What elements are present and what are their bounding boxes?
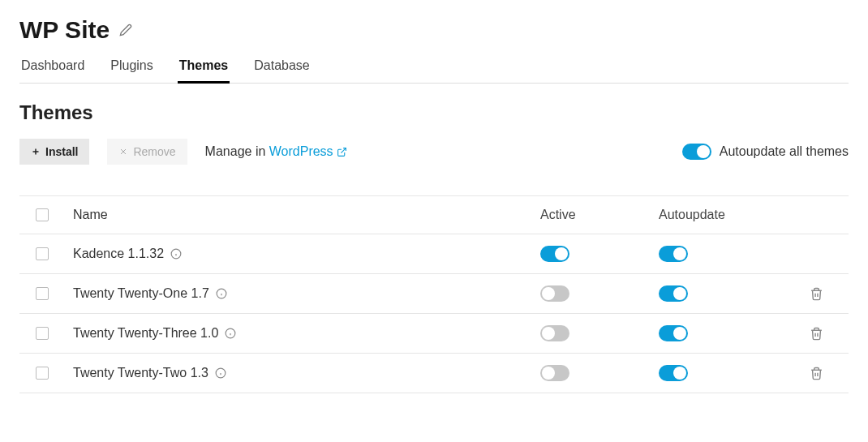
info-icon[interactable]: [216, 288, 227, 299]
autoupdate-all-themes: Autoupdate all themes: [682, 144, 849, 160]
install-button[interactable]: Install: [19, 139, 89, 165]
trash-icon[interactable]: [810, 367, 823, 380]
autoupdate-all-toggle[interactable]: [682, 144, 711, 160]
external-link-icon: [337, 147, 347, 157]
remove-button: Remove: [107, 139, 187, 165]
plus-icon: [31, 147, 41, 157]
table-row: Twenty Twenty-Three 1.0: [19, 314, 849, 354]
theme-name: Twenty Twenty-Two 1.3: [73, 366, 540, 380]
active-toggle[interactable]: [540, 246, 569, 262]
header-active: Active: [540, 208, 638, 222]
page-header: WP Site: [19, 16, 849, 44]
wordpress-link[interactable]: WordPress: [269, 144, 347, 159]
active-toggle[interactable]: [540, 325, 569, 341]
section-title: Themes: [19, 101, 849, 124]
header-name: Name: [73, 208, 540, 222]
info-icon[interactable]: [170, 248, 182, 260]
tab-themes[interactable]: Themes: [178, 58, 230, 84]
active-toggle[interactable]: [540, 365, 569, 381]
header-autoupdate: Autoupdate: [638, 208, 784, 222]
autoupdate-toggle[interactable]: [659, 285, 688, 302]
wordpress-link-label: WordPress: [269, 144, 333, 159]
tab-database[interactable]: Database: [252, 58, 312, 84]
table-row: Kadence 1.1.32: [19, 234, 849, 274]
info-icon[interactable]: [215, 367, 226, 379]
manage-text: Manage in WordPress: [205, 144, 347, 159]
table-header: Name Active Autoupdate: [19, 195, 849, 234]
row-checkbox[interactable]: [36, 327, 49, 340]
table-row: Twenty Twenty-Two 1.3: [19, 354, 849, 393]
theme-name: Twenty Twenty-One 1.7: [73, 286, 540, 301]
theme-name: Kadence 1.1.32: [73, 247, 540, 261]
tabs: DashboardPluginsThemesDatabase: [19, 58, 849, 84]
active-toggle[interactable]: [540, 285, 569, 302]
trash-icon[interactable]: [810, 287, 823, 301]
install-label: Install: [45, 145, 78, 158]
x-icon: [118, 147, 128, 157]
autoupdate-all-label: Autoupdate all themes: [720, 144, 849, 159]
table-row: Twenty Twenty-One 1.7: [19, 274, 849, 314]
row-checkbox[interactable]: [36, 287, 49, 300]
tab-dashboard[interactable]: Dashboard: [19, 58, 86, 84]
autoupdate-toggle[interactable]: [659, 246, 688, 262]
autoupdate-toggle[interactable]: [659, 365, 688, 381]
svg-line-4: [341, 148, 346, 152]
manage-prefix: Manage in: [205, 144, 269, 158]
info-icon[interactable]: [225, 328, 236, 339]
row-checkbox[interactable]: [36, 247, 49, 260]
autoupdate-toggle[interactable]: [659, 325, 688, 341]
select-all-checkbox[interactable]: [36, 208, 49, 221]
trash-icon[interactable]: [810, 327, 823, 341]
theme-name: Twenty Twenty-Three 1.0: [73, 326, 540, 341]
toolbar: Install Remove Manage in WordPress Autou…: [19, 139, 849, 165]
remove-label: Remove: [133, 145, 175, 158]
row-checkbox[interactable]: [36, 367, 49, 380]
themes-table: Name Active Autoupdate Kadence 1.1.32Twe…: [19, 195, 849, 393]
edit-icon[interactable]: [119, 24, 132, 36]
site-title: WP Site: [19, 16, 110, 44]
tab-plugins[interactable]: Plugins: [109, 58, 154, 84]
